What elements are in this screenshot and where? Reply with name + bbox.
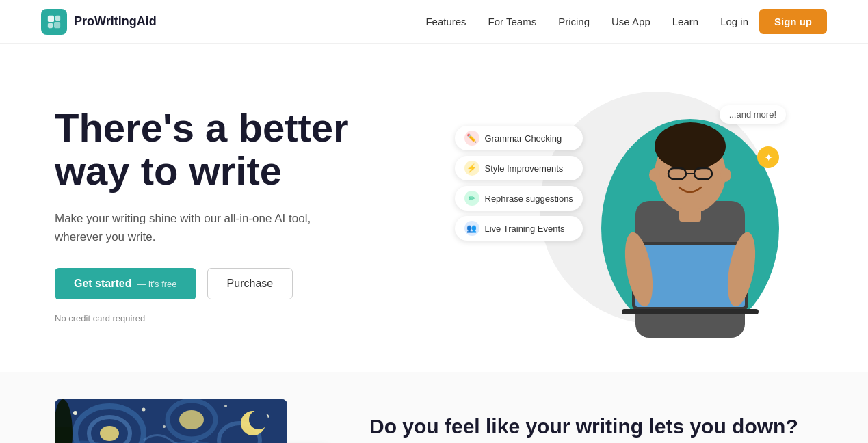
svg-point-22: [100, 426, 119, 441]
nav-pricing[interactable]: Pricing: [558, 16, 590, 27]
brand-name: ProWritingAid: [74, 14, 157, 29]
person-illustration: [594, 92, 786, 345]
signup-button[interactable]: Sign up: [759, 9, 827, 34]
starry-night-container: My idea in my head: [55, 399, 287, 443]
star-icon: ✦: [757, 146, 779, 168]
training-icon: 👥: [464, 221, 479, 236]
section2-title: Do you feel like your writing lets you d…: [369, 413, 813, 440]
nav-for-teams[interactable]: For Teams: [488, 16, 537, 27]
logo[interactable]: ProWritingAid: [41, 9, 157, 35]
svg-point-14: [649, 168, 660, 182]
starry-night-image: [55, 399, 287, 443]
svg-point-27: [142, 408, 146, 412]
nav-learn[interactable]: Learn: [672, 16, 698, 27]
hero-buttons: Get started — it's free Purchase: [55, 268, 441, 299]
purchase-button[interactable]: Purchase: [207, 268, 293, 299]
svg-rect-2: [48, 23, 53, 27]
section2-text: Do you feel like your writing lets you d…: [369, 399, 813, 443]
hero-illustration: ...and more! ✦ ✏️ Grammar Checking ⚡ Sty…: [441, 85, 828, 345]
logo-icon: [41, 9, 67, 35]
svg-point-28: [163, 425, 166, 428]
no-credit-text: No credit card required: [55, 313, 441, 323]
grammar-icon: ✏️: [464, 131, 479, 146]
chip-style: ⚡ Style Improvements: [455, 156, 583, 180]
nav-links: Features For Teams Pricing Use App Learn: [425, 16, 698, 28]
svg-point-41: [249, 410, 268, 429]
svg-point-15: [720, 168, 731, 182]
more-badge: ...and more!: [720, 105, 786, 124]
section2: My idea in my head Do you feel like your…: [0, 372, 868, 443]
chip-training: 👥 Live Training Events: [455, 216, 583, 241]
nav-features[interactable]: Features: [425, 16, 466, 27]
navbar: ProWritingAid Features For Teams Pricing…: [0, 0, 868, 44]
svg-point-30: [224, 405, 227, 407]
hero-content: There's a better way to write Make your …: [55, 106, 441, 324]
svg-rect-16: [679, 208, 701, 222]
svg-point-24: [179, 410, 204, 429]
section2-illustration: My idea in my head: [55, 399, 315, 443]
svg-rect-3: [54, 22, 60, 28]
hero-subtitle: Make your writing shine with our all-in-…: [55, 209, 342, 246]
get-started-button[interactable]: Get started — it's free: [55, 268, 196, 299]
svg-point-26: [73, 411, 77, 415]
chip-rephrase: ✏ Rephrase suggestions: [455, 186, 583, 211]
hero-section: There's a better way to write Make your …: [0, 44, 868, 372]
style-icon: ⚡: [464, 161, 479, 176]
nav-auth: Log in Sign up: [720, 9, 827, 34]
svg-rect-0: [48, 15, 54, 21]
login-button[interactable]: Log in: [720, 16, 748, 27]
feature-chips: ✏️ Grammar Checking ⚡ Style Improvements…: [455, 126, 583, 241]
nav-use-app[interactable]: Use App: [611, 16, 650, 27]
rephrase-icon: ✏: [464, 191, 479, 206]
hero-title: There's a better way to write: [55, 106, 441, 193]
svg-rect-1: [55, 15, 60, 20]
chip-grammar: ✏️ Grammar Checking: [455, 126, 583, 150]
svg-point-10: [655, 122, 726, 170]
svg-rect-8: [622, 309, 759, 314]
